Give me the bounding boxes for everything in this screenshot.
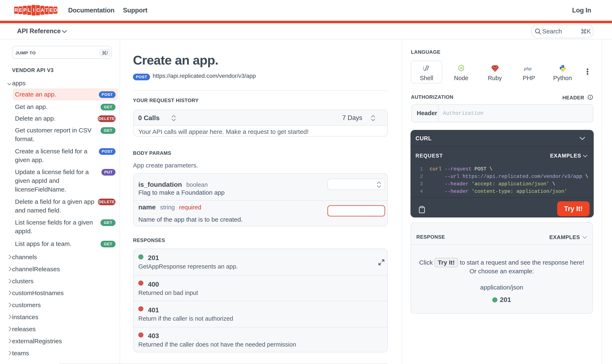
svg-text:JS: JS [460, 67, 463, 70]
svg-text:php: php [524, 66, 532, 71]
